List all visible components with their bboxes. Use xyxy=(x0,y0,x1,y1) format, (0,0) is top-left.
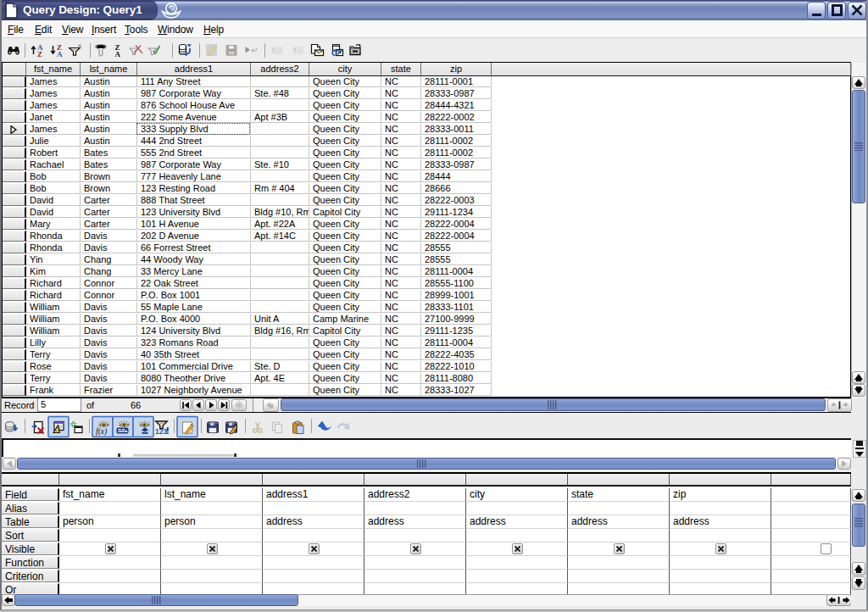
svg-text:!: ! xyxy=(166,426,170,436)
svg-text:A: A xyxy=(115,50,121,58)
svg-text:Z: Z xyxy=(37,50,42,58)
svg-text:A: A xyxy=(57,50,63,58)
svg-text:f(x): f(x) xyxy=(96,427,107,437)
